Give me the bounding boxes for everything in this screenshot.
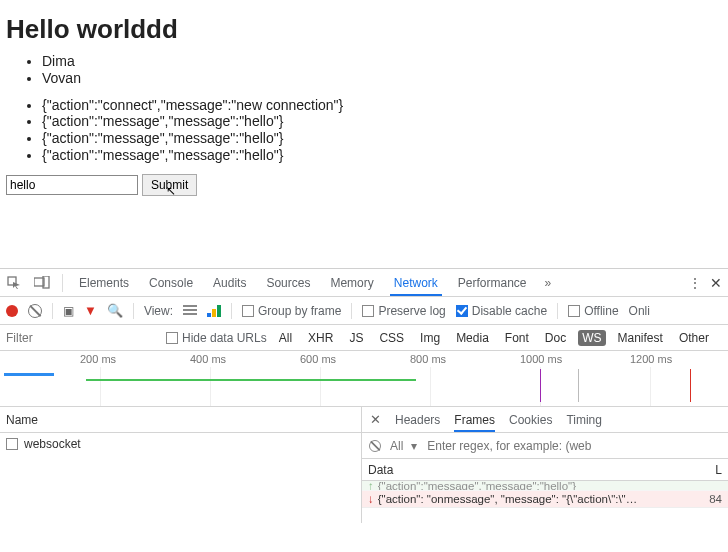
timeline-tick: 400 ms [190, 353, 226, 365]
clear-icon[interactable] [28, 304, 42, 318]
view-label: View: [144, 304, 173, 318]
network-timeline[interactable]: 200 ms 400 ms 600 ms 800 ms 1000 ms 1200… [0, 351, 728, 407]
frame-row[interactable]: ↑ {"action":"message","message":"hello"} [362, 481, 728, 491]
tab-console[interactable]: Console [145, 270, 197, 296]
disable-cache-label: Disable cache [472, 304, 547, 318]
request-name: websocket [24, 437, 81, 451]
frames-filter-all[interactable]: All [390, 439, 403, 453]
close-detail-icon[interactable]: ✕ [370, 412, 381, 427]
list-item: Vovan [42, 70, 722, 87]
submit-button[interactable]: Submit [142, 174, 197, 196]
frames-regex-input[interactable] [425, 438, 722, 454]
request-detail: ✕ Headers Frames Cookies Timing All ▾ Da… [362, 407, 728, 523]
type-xhr[interactable]: XHR [304, 330, 337, 346]
inspect-icon[interactable] [6, 275, 22, 291]
detail-tab-timing[interactable]: Timing [566, 408, 602, 432]
request-list: Name websocket [0, 407, 362, 523]
close-devtools-icon[interactable]: ✕ [710, 275, 722, 291]
timeline-tick: 200 ms [80, 353, 116, 365]
message-input[interactable] [6, 175, 138, 195]
network-toolbar: ▣ ▼ 🔍 View: Group by frame Preserve log … [0, 297, 728, 325]
offline-label: Offline [584, 304, 618, 318]
online-label[interactable]: Onli [629, 304, 650, 318]
filter-input[interactable] [4, 328, 158, 348]
tab-elements[interactable]: Elements [75, 270, 133, 296]
user-list: Dima Vovan [6, 53, 722, 87]
hide-data-urls-label: Hide data URLs [182, 331, 267, 345]
tabs-overflow-icon[interactable]: » [543, 276, 554, 290]
screenshot-icon[interactable]: ▣ [63, 304, 74, 318]
group-by-frame-label: Group by frame [258, 304, 341, 318]
arrow-up-icon: ↑ [368, 481, 374, 491]
more-icon[interactable]: ⋮ [688, 275, 702, 291]
preserve-log-label: Preserve log [378, 304, 445, 318]
type-other[interactable]: Other [675, 330, 713, 346]
group-by-frame-checkbox[interactable]: Group by frame [242, 304, 341, 318]
type-css[interactable]: CSS [375, 330, 408, 346]
search-icon[interactable]: 🔍 [107, 303, 123, 318]
type-ws[interactable]: WS [578, 330, 605, 346]
disable-cache-checkbox[interactable]: Disable cache [456, 304, 547, 318]
request-row[interactable]: websocket [0, 433, 361, 455]
frames-header-length[interactable]: L [694, 463, 722, 477]
timeline-tick: 1200 ms [630, 353, 672, 365]
offline-checkbox[interactable]: Offline [568, 304, 618, 318]
request-checkbox[interactable] [6, 438, 18, 450]
view-overview-icon[interactable] [207, 305, 221, 317]
clear-frames-icon[interactable] [369, 440, 381, 452]
timeline-tick: 600 ms [300, 353, 336, 365]
frame-data: {"action":"message","message":"hello"} [378, 481, 694, 491]
preserve-log-checkbox[interactable]: Preserve log [362, 304, 445, 318]
list-item: {"action":"message","message":"hello"} [42, 130, 722, 147]
devtools-tabbar: Elements Console Audits Sources Memory N… [0, 269, 728, 297]
type-font[interactable]: Font [501, 330, 533, 346]
tab-audits[interactable]: Audits [209, 270, 250, 296]
frame-data: {"action": "onmessage", "message": "{\"a… [378, 493, 694, 505]
network-filterbar: Hide data URLs All XHR JS CSS Img Media … [0, 325, 728, 351]
detail-tab-cookies[interactable]: Cookies [509, 408, 552, 432]
frame-length: 84 [694, 493, 722, 505]
page-heading: Hello worlddd [6, 14, 722, 45]
arrow-down-icon: ↓ [368, 493, 374, 505]
filter-icon[interactable]: ▼ [84, 303, 97, 318]
timeline-tick: 800 ms [410, 353, 446, 365]
record-icon[interactable] [6, 305, 18, 317]
type-js[interactable]: JS [345, 330, 367, 346]
list-item: {"action":"connect","message":"new conne… [42, 97, 722, 114]
view-list-icon[interactable] [183, 305, 197, 317]
detail-tab-frames[interactable]: Frames [454, 408, 495, 432]
hide-data-urls-checkbox[interactable]: Hide data URLs [166, 331, 267, 345]
column-header-name[interactable]: Name [0, 407, 361, 433]
device-toggle-icon[interactable] [34, 275, 50, 291]
tab-memory[interactable]: Memory [326, 270, 377, 296]
type-media[interactable]: Media [452, 330, 493, 346]
list-item: Dima [42, 53, 722, 70]
message-list: {"action":"connect","message":"new conne… [6, 97, 722, 164]
tab-network[interactable]: Network [390, 270, 442, 296]
timeline-tick: 1000 ms [520, 353, 562, 365]
detail-tab-headers[interactable]: Headers [395, 408, 440, 432]
type-img[interactable]: Img [416, 330, 444, 346]
tab-performance[interactable]: Performance [454, 270, 531, 296]
dropdown-icon[interactable]: ▾ [411, 439, 417, 453]
type-all[interactable]: All [275, 330, 296, 346]
type-doc[interactable]: Doc [541, 330, 570, 346]
list-item: {"action":"message","message":"hello"} [42, 113, 722, 130]
type-manifest[interactable]: Manifest [614, 330, 667, 346]
frame-row[interactable]: ↓ {"action": "onmessage", "message": "{\… [362, 491, 728, 508]
list-item: {"action":"message","message":"hello"} [42, 147, 722, 164]
tab-sources[interactable]: Sources [262, 270, 314, 296]
frames-header-data[interactable]: Data [368, 463, 694, 477]
devtools-panel: Elements Console Audits Sources Memory N… [0, 268, 728, 552]
